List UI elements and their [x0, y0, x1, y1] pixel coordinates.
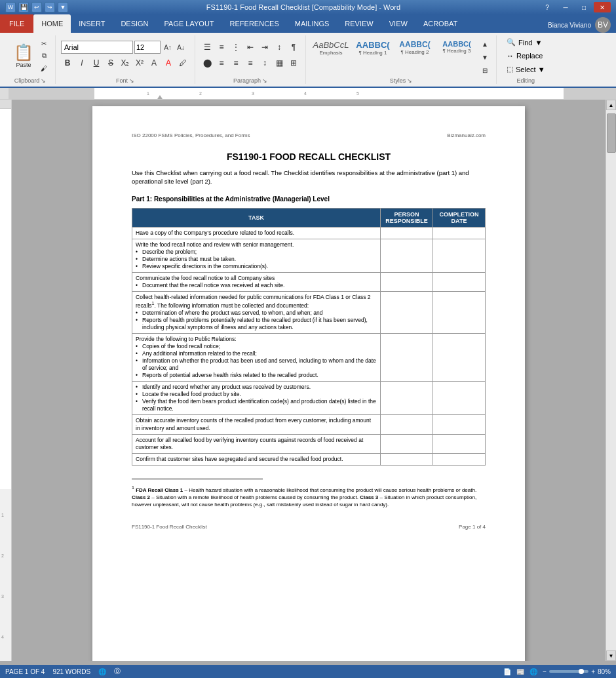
- line-spacing-button[interactable]: ↕: [258, 56, 271, 70]
- undo-icon[interactable]: ↩: [31, 2, 42, 12]
- bullet-item: Document that the recall notice was rece…: [136, 282, 377, 289]
- view-web-icon[interactable]: 🌐: [529, 668, 537, 675]
- tab-home[interactable]: HOME: [33, 14, 71, 33]
- styles-more-button[interactable]: ⊟: [479, 64, 491, 76]
- footer-left: FS1190-1 Food Recall Checklist: [132, 524, 207, 530]
- tab-acrobat[interactable]: ACROBAT: [415, 14, 465, 33]
- copy-button[interactable]: ⧉: [38, 50, 50, 62]
- style-heading1[interactable]: AABBC( ¶ Heading 1: [353, 38, 393, 58]
- tab-file[interactable]: FILE: [0, 14, 33, 33]
- tab-page-layout[interactable]: PAGE LAYOUT: [157, 14, 222, 33]
- title-bar: W 💾 ↩ ↪ ▼ FS1190-1 Food Recall Checklist…: [0, 0, 616, 14]
- view-normal-icon[interactable]: 📄: [503, 668, 511, 675]
- multilevel-list-button[interactable]: ⋮: [229, 41, 242, 54]
- scroll-up-button[interactable]: ▲: [606, 100, 616, 110]
- select-button[interactable]: ⬚ Select ▼: [502, 63, 550, 75]
- date-cell-5: [433, 333, 486, 381]
- cut-button[interactable]: ✂: [38, 37, 50, 49]
- styles-down-button[interactable]: ▼: [479, 51, 491, 63]
- underline-button[interactable]: U: [90, 56, 103, 70]
- styles-group: AaBbCcL Emphasis AABBC( ¶ Heading 1 AABB…: [306, 35, 497, 84]
- right-scrollbar[interactable]: ▲ ▼: [606, 100, 616, 661]
- tab-mailings[interactable]: MAILINGS: [287, 14, 337, 33]
- customize-icon[interactable]: ▼: [58, 2, 68, 12]
- editing-controls: 🔍 Find ▼ ↔ Replace ⬚ Select ▼: [502, 35, 550, 76]
- font-size-input[interactable]: [134, 41, 161, 54]
- person-cell-2: [381, 239, 433, 272]
- ribbon-tabs: FILE HOME INSERT DESIGN PAGE LAYOUT REFE…: [0, 14, 616, 33]
- tab-references[interactable]: REFERENCES: [222, 14, 287, 33]
- find-button[interactable]: 🔍 Find ▼: [502, 36, 550, 49]
- tab-insert[interactable]: INSERT: [71, 14, 113, 33]
- strikethrough-button[interactable]: S: [104, 56, 117, 70]
- task-cell-6: Identify and record whether any product …: [132, 382, 381, 415]
- left-ruler: 1 2 3 4 5 6 7 8: [0, 100, 12, 661]
- subscript-button[interactable]: X₂: [119, 56, 132, 70]
- highlight-button[interactable]: 🖊: [176, 56, 189, 70]
- help-button[interactable]: ?: [539, 2, 556, 12]
- person-cell-5: [381, 333, 433, 381]
- left-ruler-marks: 1 2 3 4 5 6 7 8: [0, 492, 11, 661]
- align-right-button[interactable]: ≡: [229, 56, 242, 70]
- minimize-button[interactable]: ─: [557, 2, 574, 12]
- style-heading2[interactable]: AABBC( ¶ Heading 2: [395, 38, 434, 57]
- zoom-slider[interactable]: [549, 670, 588, 673]
- superscript-button[interactable]: X²: [133, 56, 146, 70]
- bold-button[interactable]: B: [61, 56, 74, 70]
- maximize-button[interactable]: □: [575, 2, 592, 12]
- increase-font-button[interactable]: A↑: [162, 41, 174, 53]
- redo-icon[interactable]: ↪: [45, 2, 55, 12]
- decrease-indent-button[interactable]: ⇤: [244, 41, 257, 54]
- increase-indent-button[interactable]: ⇥: [258, 41, 271, 54]
- replace-button[interactable]: ↔ Replace: [502, 50, 550, 62]
- font-expand-icon[interactable]: ↘: [129, 77, 134, 84]
- clipboard-label: Clipboard ↘: [14, 76, 47, 84]
- close-button[interactable]: ✕: [594, 2, 611, 12]
- replace-icon: ↔: [507, 52, 514, 60]
- date-cell-9: [433, 453, 486, 465]
- bullet-item: Any additional information related to th…: [136, 350, 377, 357]
- person-cell-1: [381, 227, 433, 239]
- font-name-input[interactable]: [61, 41, 133, 54]
- clear-format-button[interactable]: A: [147, 56, 161, 70]
- scrollbar-thumb[interactable]: [607, 113, 616, 153]
- justify-button[interactable]: ≡: [244, 56, 257, 70]
- style-emphasis[interactable]: AaBbCcL Emphasis: [311, 38, 351, 58]
- decrease-font-button[interactable]: A↓: [175, 41, 187, 53]
- scrollbar-track[interactable]: [606, 110, 616, 650]
- tab-review[interactable]: REVIEW: [337, 14, 381, 33]
- ruler-mark-1: 1: [147, 91, 149, 96]
- table-row: Account for all recalled food by verifyi…: [132, 434, 486, 453]
- zoom-out-button[interactable]: −: [543, 668, 547, 675]
- numbered-list-button[interactable]: ≡: [215, 41, 228, 54]
- sort-button[interactable]: ↕: [273, 41, 286, 54]
- paste-label: Paste: [16, 62, 31, 68]
- save-icon[interactable]: 💾: [18, 2, 29, 12]
- shading-button[interactable]: ▦: [273, 56, 286, 70]
- tab-design[interactable]: DESIGN: [113, 14, 156, 33]
- style-heading3[interactable]: AABBC( ¶ Heading 3: [437, 38, 476, 56]
- zoom-in-button[interactable]: +: [591, 668, 595, 675]
- indent-marker[interactable]: [157, 95, 163, 99]
- align-row: ⬤ ≡ ≡ ≡ ↕ ▦ ⊞: [201, 56, 300, 70]
- format-painter-button[interactable]: 🖌: [38, 62, 50, 74]
- borders-button[interactable]: ⊞: [287, 56, 300, 70]
- scroll-down-button[interactable]: ▼: [606, 650, 616, 661]
- tab-view[interactable]: VIEW: [381, 14, 415, 33]
- text-color-button[interactable]: A: [162, 56, 175, 70]
- paragraph-group: ☰ ≡ ⋮ ⇤ ⇥ ↕ ¶ ⬤ ≡ ≡ ≡ ↕ ▦ ⊞ Paragraph ↘: [195, 35, 306, 84]
- paragraph-expand-icon[interactable]: ↘: [262, 77, 267, 84]
- task-cell-3: Communicate the food recall notice to al…: [132, 272, 381, 291]
- styles-expand-icon[interactable]: ↘: [407, 77, 412, 84]
- bullet-list-button[interactable]: ☰: [201, 41, 214, 54]
- word-count: 921 WORDS: [52, 668, 90, 675]
- task-cell-7: Obtain accurate inventory counts of the …: [132, 415, 381, 434]
- clipboard-expand-icon[interactable]: ↘: [41, 77, 46, 84]
- align-center-button[interactable]: ≡: [215, 56, 228, 70]
- italic-button[interactable]: I: [75, 56, 88, 70]
- styles-up-button[interactable]: ▲: [479, 38, 491, 50]
- show-marks-button[interactable]: ¶: [287, 41, 300, 54]
- align-left-button[interactable]: ⬤: [201, 56, 214, 70]
- paste-button[interactable]: 📋 Paste: [10, 39, 37, 72]
- view-layout-icon[interactable]: 📰: [516, 668, 524, 675]
